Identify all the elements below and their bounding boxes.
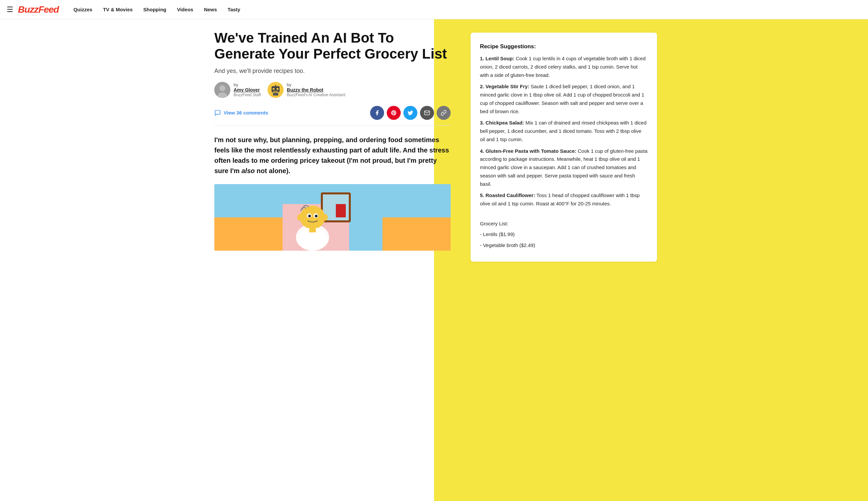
- grocery-item: - Lentils ($1.99): [480, 230, 648, 239]
- article-subtitle: And yes, we'll provide recipes too.: [214, 67, 451, 75]
- recipe-item: 3. Chickpea Salad: Mix 1 can of drained …: [480, 119, 648, 143]
- share-link-button[interactable]: [437, 106, 451, 120]
- svg-rect-17: [336, 204, 346, 217]
- nav-links: Quizzes TV & Movies Shopping Videos News…: [68, 0, 246, 19]
- sidebar: Recipe Suggestions: 1. Lentil Soup: Cook…: [464, 19, 667, 268]
- share-pinterest-button[interactable]: [387, 106, 401, 120]
- share-facebook-button[interactable]: [370, 106, 384, 120]
- svg-rect-10: [273, 93, 278, 96]
- article-intro: I'm not sure why, but planning, prepping…: [214, 135, 451, 176]
- nav-news[interactable]: News: [199, 0, 222, 19]
- recipe-item: 5. Roasted Cauliflower: Toss 1 head of c…: [480, 191, 648, 208]
- author-amy-block: by Amy Glover BuzzFeed Staff: [214, 82, 261, 98]
- comments-link[interactable]: View 36 comments: [214, 109, 268, 116]
- authors-row: by Amy Glover BuzzFeed Staff: [214, 82, 451, 98]
- svg-point-25: [322, 214, 328, 221]
- pinterest-icon: [391, 110, 397, 116]
- avatar-buzzy: [268, 82, 283, 98]
- author-amy-text: by Amy Glover BuzzFeed Staff: [234, 82, 261, 97]
- recipe-item: 1. Lentil Soup: Cook 1 cup lentils in 4 …: [480, 55, 648, 79]
- nav-quizzes[interactable]: Quizzes: [68, 0, 98, 19]
- grocery-item: - Vegetable broth ($2.49): [480, 241, 648, 250]
- nav-tasty[interactable]: Tasty: [222, 0, 246, 19]
- author-amy-role: BuzzFeed Staff: [234, 93, 261, 97]
- comments-label: View 36 comments: [224, 110, 268, 116]
- author-buzzy-by: by: [287, 82, 345, 87]
- sidebar-card: Recipe Suggestions: 1. Lentil Soup: Cook…: [471, 33, 657, 262]
- comment-icon: [214, 109, 221, 116]
- email-icon: [424, 110, 430, 116]
- article-title: We've Trained An AI Bot To Generate Your…: [214, 30, 451, 62]
- recipe-item: 4. Gluten-Free Pasta with Tomato Sauce: …: [480, 147, 648, 189]
- nav-shopping[interactable]: Shopping: [138, 0, 172, 19]
- svg-rect-27: [309, 227, 316, 232]
- page-layout: We've Trained An AI Bot To Generate Your…: [201, 19, 667, 268]
- author-amy-by: by: [234, 82, 261, 87]
- main-content: We've Trained An AI Bot To Generate Your…: [201, 19, 464, 268]
- link-icon: [441, 110, 447, 116]
- share-twitter-button[interactable]: [403, 106, 417, 120]
- hamburger-menu-icon[interactable]: ☰: [7, 5, 13, 14]
- svg-point-5: [272, 88, 275, 90]
- homer-svg: [282, 184, 383, 250]
- nav-tv-movies[interactable]: TV & Movies: [97, 0, 138, 19]
- svg-point-12: [279, 93, 281, 95]
- svg-point-19: [300, 206, 325, 229]
- author-buzzy-name[interactable]: Buzzy the Robot: [287, 87, 345, 93]
- svg-point-6: [277, 88, 279, 90]
- buzzfeed-logo[interactable]: BuzzFeed: [18, 4, 59, 15]
- recipe-list: 1. Lentil Soup: Cook 1 cup lentils in 4 …: [480, 55, 648, 208]
- facebook-icon: [374, 110, 380, 116]
- recipe-suggestions-heading: Recipe Suggestions:: [480, 42, 648, 51]
- recipe-item: 2. Vegetable Stir Fry: Saute 1 diced bel…: [480, 83, 648, 116]
- svg-point-9: [275, 83, 277, 85]
- author-buzzy-block: by Buzzy the Robot BuzzFeed's AI Creativ…: [268, 82, 345, 98]
- navbar: ☰ BuzzFeed Quizzes TV & Movies Shopping …: [0, 0, 868, 19]
- social-row: View 36 comments: [214, 106, 451, 126]
- svg-point-23: [315, 215, 318, 217]
- share-email-button[interactable]: [420, 106, 434, 120]
- svg-point-11: [271, 93, 272, 95]
- grocery-list: - Lentils ($1.99)- Vegetable broth ($2.4…: [480, 230, 648, 250]
- social-icons: [370, 106, 451, 120]
- nav-videos[interactable]: Videos: [172, 0, 199, 19]
- twitter-icon: [407, 110, 414, 116]
- homer-illustration: [214, 184, 451, 250]
- svg-point-1: [219, 85, 225, 91]
- author-buzzy-role: BuzzFeed's AI Creative Assistant: [287, 93, 345, 97]
- article-image: [214, 184, 451, 250]
- author-amy-name[interactable]: Amy Glover: [234, 87, 261, 93]
- svg-point-22: [308, 215, 311, 217]
- grocery-list-heading: Grocery List:: [480, 220, 648, 228]
- author-buzzy-text: by Buzzy the Robot BuzzFeed's AI Creativ…: [287, 82, 345, 97]
- avatar-amy: [214, 82, 230, 98]
- svg-rect-7: [273, 91, 278, 92]
- svg-point-24: [297, 214, 302, 221]
